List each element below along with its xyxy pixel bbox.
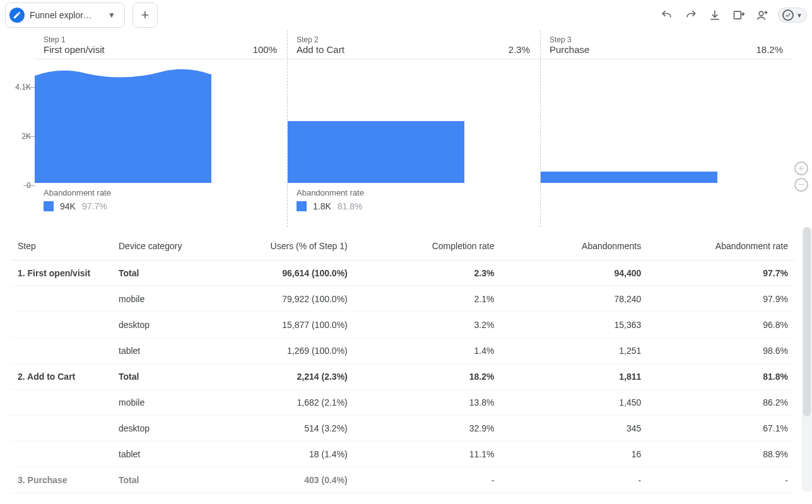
funnel-bar [541,59,717,183]
cell-step: 2. Add to Cart [11,364,112,390]
cell-rate: 97.9% [647,286,794,312]
table-row[interactable]: mobile79,922 (100.0%)2.1%78,24097.9% [11,286,794,312]
svg-rect-0 [734,11,741,19]
funnel-bar [288,59,464,183]
step-completion-pct: 18.2% [756,44,783,55]
table-row[interactable]: tablet1,269 (100.0%)1.4%1,25198.6% [11,338,794,364]
cell-completion: 2.3% [354,261,501,286]
table-row[interactable]: 1. First open/visitTotal96,614 (100.0%)2… [11,261,794,286]
cell-device: tablet [112,442,207,467]
cell-abandonments: 16 [501,442,648,467]
cell-rate: 96.8% [647,312,794,338]
cell-device: Total [112,261,207,286]
cell-completion: - [354,467,501,493]
col-step[interactable]: Step [11,232,112,261]
chevron-down-icon: ▼ [108,11,115,20]
cell-step [11,442,112,467]
cell-completion: 11.1% [354,442,501,467]
col-abandonment-rate[interactable]: Abandonment rate [647,232,794,261]
step-number: Step 2 [297,35,344,44]
cell-abandonments: 15,363 [501,312,648,338]
redo-button[interactable] [682,6,700,24]
top-actions: ▼ [658,6,807,24]
cell-abandonments: 94,400 [501,261,648,286]
cell-completion: 18.2% [354,364,501,390]
undo-button[interactable] [658,6,676,24]
cell-device: mobile [112,390,207,416]
abandonment-label: Abandonment rate [44,188,287,197]
zoom-in-button[interactable]: + [794,161,808,175]
abandonment-pct: 97.7% [82,201,107,211]
scrollbar[interactable] [802,227,812,492]
cell-device: Total [112,467,207,493]
step-name: Add to Cart [297,44,344,55]
cell-device: tablet [112,338,207,364]
cell-abandonments: 1,811 [501,364,648,390]
cell-users: 514 (3.2%) [207,416,354,442]
cell-step [11,416,112,442]
table-row[interactable]: desktop514 (3.2%)32.9%34567.1% [11,416,794,442]
download-button[interactable] [706,6,724,24]
cell-step [11,312,112,338]
step-completion-pct: 2.3% [509,44,530,55]
funnel-chart: 4.1K 2K 0 Step 1 First open/visit 100% [0,30,812,227]
cell-device: desktop [112,312,207,338]
cell-users: 1,269 (100.0%) [207,338,354,364]
abandonment-count: 94K [60,201,76,211]
table-row[interactable]: mobile1,682 (2.1%)13.8%1,45086.2% [11,390,794,416]
cell-rate: 88.9% [647,442,794,467]
zoom-out-button[interactable]: − [794,178,808,192]
cell-step: 3. Purchase [11,467,112,493]
cell-users: 79,922 (100.0%) [207,286,354,312]
cell-device: desktop [112,416,207,442]
svg-rect-2 [288,121,464,183]
funnel-step-3[interactable]: Step 3 Purchase 18.2% [540,30,793,227]
tab-title: Funnel explor… [30,10,103,20]
col-completion-rate[interactable]: Completion rate [354,232,501,261]
table-row[interactable]: 2. Add to CartTotal2,214 (2.3%)18.2%1,81… [11,364,794,390]
col-abandonments[interactable]: Abandonments [501,232,648,261]
step-name: Purchase [550,44,589,55]
cell-completion: 1.4% [354,338,501,364]
cell-step: 1. First open/visit [11,261,112,286]
cell-users: 1,682 (2.1%) [207,390,354,416]
col-users[interactable]: Users (% of Step 1) [207,232,354,261]
report-tab[interactable]: Funnel explor… ▼ [5,3,125,28]
series-swatch [297,201,307,211]
col-device-category[interactable]: Device category [112,232,207,261]
status-indicator[interactable]: ▼ [778,8,807,23]
pencil-icon [9,8,25,23]
cell-step [11,390,112,416]
abandonment-count: 1.8K [313,201,331,211]
check-circle-icon [782,9,794,21]
share-button[interactable] [754,6,772,24]
add-tab-button[interactable]: + [132,3,158,28]
cell-abandonments: 1,450 [501,390,648,416]
table-row[interactable]: desktop15,877 (100.0%)3.2%15,36396.8% [11,312,794,338]
step-completion-pct: 100% [253,44,277,55]
funnel-table: Step Device category Users (% of Step 1)… [0,227,812,493]
table-row[interactable]: tablet18 (1.4%)11.1%1688.9% [11,442,794,467]
cell-device: Total [112,364,207,390]
cell-completion: 2.1% [354,286,501,312]
cell-rate: 97.7% [647,261,794,286]
svg-point-1 [759,11,763,16]
cell-users: 15,877 (100.0%) [207,312,354,338]
export-button[interactable] [730,6,748,24]
cell-rate: 98.6% [647,338,794,364]
cell-step [11,338,112,364]
funnel-step-2[interactable]: Step 2 Add to Cart 2.3% Abandonment rate… [287,30,540,227]
cell-device: mobile [112,286,207,312]
cell-completion: 3.2% [354,312,501,338]
zoom-controls: + − [794,161,808,192]
top-toolbar: Funnel explor… ▼ + ▼ [0,0,812,30]
svg-rect-3 [541,172,717,183]
table-header-row: Step Device category Users (% of Step 1)… [11,232,794,261]
table-row[interactable]: 3. PurchaseTotal403 (0.4%)--- [11,467,794,493]
cell-users: 2,214 (2.3%) [207,364,354,390]
cell-abandonments: 1,251 [501,338,648,364]
cell-completion: 13.8% [354,390,501,416]
cell-rate: - [647,467,794,493]
funnel-step-1[interactable]: Step 1 First open/visit 100% Abandonment… [35,30,287,227]
cell-rate: 86.2% [647,390,794,416]
